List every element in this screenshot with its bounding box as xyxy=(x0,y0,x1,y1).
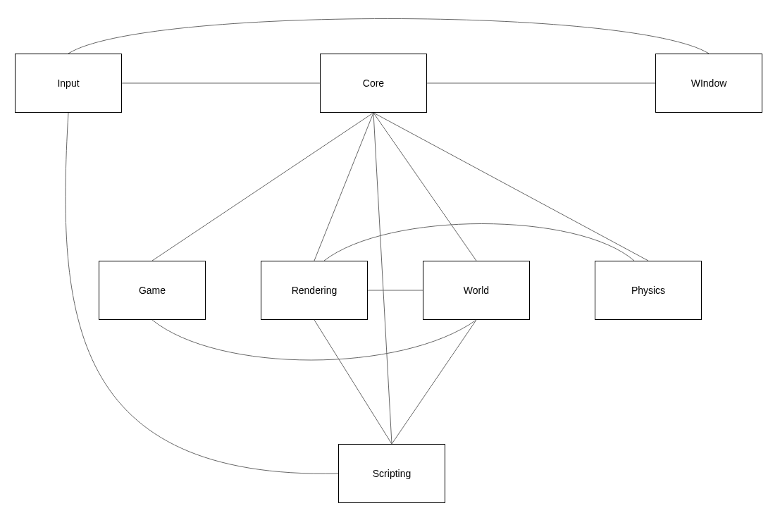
node-rendering[interactable]: Rendering xyxy=(261,261,368,320)
node-core[interactable]: Core xyxy=(320,54,427,113)
node-label: Core xyxy=(363,78,384,89)
node-physics[interactable]: Physics xyxy=(595,261,702,320)
edge-core-scripting xyxy=(373,113,392,444)
edge-core-world xyxy=(373,113,476,261)
node-label: World xyxy=(464,285,489,296)
node-input[interactable]: Input xyxy=(15,54,122,113)
edge-input-window xyxy=(68,19,709,54)
edge-game-world xyxy=(152,320,476,360)
node-label: Rendering xyxy=(292,285,338,296)
node-label: WIndow xyxy=(691,78,727,89)
node-world[interactable]: World xyxy=(423,261,530,320)
edge-rendering-scripting xyxy=(314,320,392,444)
node-window[interactable]: WIndow xyxy=(655,54,762,113)
node-game[interactable]: Game xyxy=(99,261,206,320)
architecture-diagram: Input Core WIndow Game Rendering World P… xyxy=(0,0,780,532)
edge-rendering-physics xyxy=(324,224,634,261)
node-label: Game xyxy=(139,285,166,296)
node-label: Input xyxy=(57,78,79,89)
node-label: Physics xyxy=(631,285,665,296)
node-label: Scripting xyxy=(373,468,411,479)
edge-core-rendering xyxy=(314,113,373,261)
edge-world-scripting xyxy=(392,320,476,444)
edge-core-game xyxy=(152,113,373,261)
edge-core-physics xyxy=(373,113,648,261)
node-scripting[interactable]: Scripting xyxy=(338,444,445,503)
